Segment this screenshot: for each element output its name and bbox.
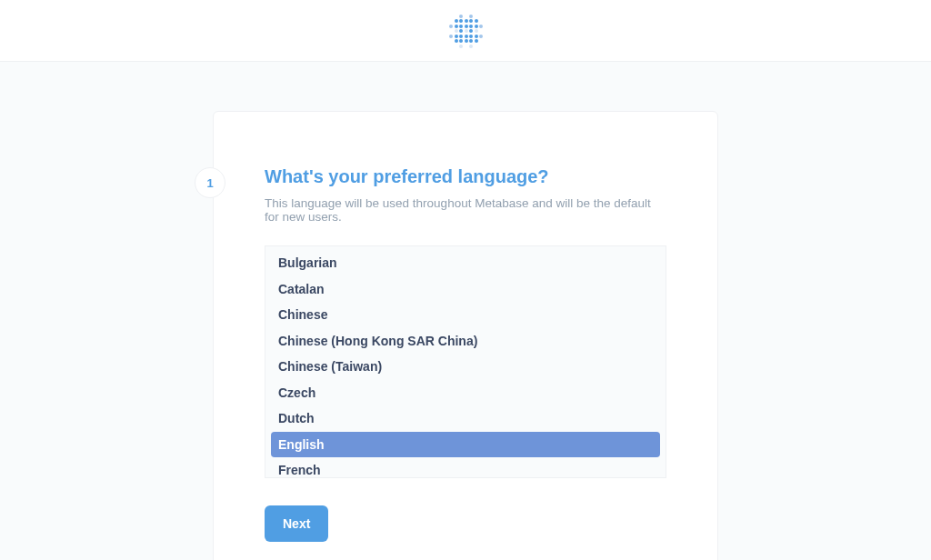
next-button-label: Next — [283, 516, 310, 531]
language-label: English — [278, 437, 325, 452]
language-option[interactable]: French — [265, 457, 666, 478]
step-badge: 1 — [195, 167, 225, 198]
language-label: French — [278, 463, 321, 477]
language-label: Chinese (Taiwan) — [278, 359, 382, 374]
language-option[interactable]: Chinese (Hong Kong SAR China) — [265, 328, 666, 355]
page-subtitle: This language will be used throughout Me… — [265, 196, 666, 224]
language-list[interactable]: BulgarianCatalanChineseChinese (Hong Kon… — [265, 245, 666, 478]
language-label: Czech — [278, 385, 315, 400]
language-option[interactable]: Chinese — [265, 302, 666, 328]
language-option[interactable]: Dutch — [265, 405, 666, 432]
language-label: Dutch — [278, 411, 315, 425]
language-option[interactable]: English — [271, 432, 660, 458]
main-content: 1 What's your preferred language? This l… — [0, 62, 931, 560]
next-button[interactable]: Next — [265, 505, 328, 542]
header — [0, 0, 931, 62]
language-label: Catalan — [278, 282, 325, 296]
language-label: Bulgarian — [278, 255, 337, 270]
step-number: 1 — [206, 176, 213, 190]
language-option[interactable]: Catalan — [265, 276, 666, 303]
page-title: What's your preferred language? — [265, 166, 666, 187]
metabase-logo-icon — [449, 15, 482, 47]
language-option[interactable]: Bulgarian — [265, 250, 666, 276]
language-label: Chinese — [278, 307, 327, 322]
setup-card: What's your preferred language? This lan… — [213, 111, 718, 560]
language-option[interactable]: Chinese (Taiwan) — [265, 354, 666, 380]
language-option[interactable]: Czech — [265, 380, 666, 406]
language-label: Chinese (Hong Kong SAR China) — [278, 334, 477, 348]
